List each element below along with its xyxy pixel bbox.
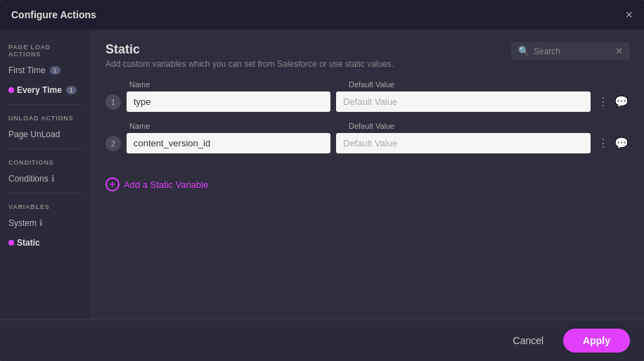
var-value-input-1[interactable] [336, 91, 591, 112]
variables-section-label: VARIABLES [0, 198, 91, 213]
sidebar-divider-3 [8, 193, 82, 194]
every-time-active-dot [8, 87, 14, 93]
cancel-button[interactable]: Cancel [502, 329, 555, 352]
close-button[interactable]: × [625, 8, 633, 21]
search-clear-icon[interactable]: ✕ [615, 46, 623, 56]
search-box: 🔍 ✕ [511, 42, 630, 60]
row-2-more-button[interactable]: ⋮ [596, 135, 610, 151]
conditions-info-icon: ℹ [51, 174, 55, 184]
every-time-label: Every Time [17, 85, 62, 95]
content-header-text: Static Add custom variables which you ca… [105, 42, 394, 69]
modal-header: Configure Actions × [0, 0, 644, 30]
variable-row-1-header: Name Default Value [105, 80, 630, 89]
search-input[interactable] [534, 46, 611, 56]
sidebar: PAGE LOAD ACTIONS First Time 1 Every Tim… [0, 30, 91, 319]
content-title: Static [105, 42, 394, 57]
sidebar-item-system[interactable]: System ℹ [0, 213, 91, 233]
page-unload-label: Page UnLoad [8, 129, 60, 139]
sidebar-divider-2 [8, 148, 82, 149]
modal-title: Configure Actions [11, 9, 96, 20]
search-icon: 🔍 [518, 46, 529, 56]
sidebar-item-first-time[interactable]: First Time 1 [0, 61, 91, 80]
unload-section-label: UNLOAD ACTIONS [0, 109, 91, 125]
conditions-label: Conditions [8, 174, 49, 184]
sidebar-item-page-unload[interactable]: Page UnLoad [0, 125, 91, 144]
variable-row-1-inputs: 1 ⋮ 💬 [105, 91, 630, 112]
sidebar-item-every-time[interactable]: Every Time 1 [0, 80, 91, 100]
value-col-label-1: Default Value [349, 80, 630, 89]
sidebar-divider-1 [8, 104, 82, 105]
apply-button[interactable]: Apply [563, 329, 630, 353]
row-number-1: 1 [105, 94, 121, 110]
row-2-comment-button[interactable]: 💬 [613, 135, 630, 151]
name-col-label-2: Name [129, 122, 340, 130]
first-time-badge: 1 [50, 66, 60, 75]
row-number-2: 2 [105, 136, 121, 151]
configure-actions-modal: Configure Actions × PAGE LOAD ACTIONS Fi… [0, 0, 644, 361]
page-load-section-label: PAGE LOAD ACTIONS [0, 38, 91, 61]
main-content: Static Add custom variables which you ca… [91, 30, 644, 319]
modal-body: PAGE LOAD ACTIONS First Time 1 Every Tim… [0, 30, 644, 319]
row-1-more-button[interactable]: ⋮ [596, 94, 610, 110]
system-info-icon: ℹ [39, 218, 43, 228]
name-col-label-1: Name [129, 80, 340, 89]
content-subtitle: Add custom variables which you can set f… [105, 59, 394, 69]
variable-row-2-header: Name Default Value [105, 122, 630, 130]
variable-row-1: Name Default Value 1 ⋮ 💬 [105, 80, 630, 112]
static-label: Static [17, 238, 40, 248]
var-name-input-1[interactable] [127, 91, 330, 112]
row-2-actions: ⋮ 💬 [596, 135, 630, 151]
variable-row-2-inputs: 2 ⋮ 💬 [105, 133, 630, 153]
var-value-input-2[interactable] [336, 133, 591, 153]
content-header: Static Add custom variables which you ca… [105, 42, 630, 69]
modal-footer: Cancel Apply [0, 319, 644, 361]
row-1-comment-button[interactable]: 💬 [613, 94, 630, 110]
first-time-label: First Time [8, 65, 46, 75]
value-col-label-2: Default Value [349, 122, 630, 130]
variable-row-2: Name Default Value 2 ⋮ 💬 [105, 122, 630, 153]
var-name-input-2[interactable] [127, 133, 330, 153]
static-active-dot [8, 240, 14, 246]
system-label: System [8, 218, 37, 228]
sidebar-item-static[interactable]: Static [0, 233, 91, 253]
add-link-label: Add a Static Variable [124, 179, 208, 190]
conditions-section-label: CONDITIONS [0, 153, 91, 169]
every-time-badge: 1 [66, 86, 77, 94]
row-1-actions: ⋮ 💬 [596, 94, 630, 110]
sidebar-item-conditions[interactable]: Conditions ℹ [0, 169, 91, 189]
add-circle-icon: + [105, 177, 120, 191]
add-static-variable-link[interactable]: + Add a Static Variable [105, 177, 630, 191]
